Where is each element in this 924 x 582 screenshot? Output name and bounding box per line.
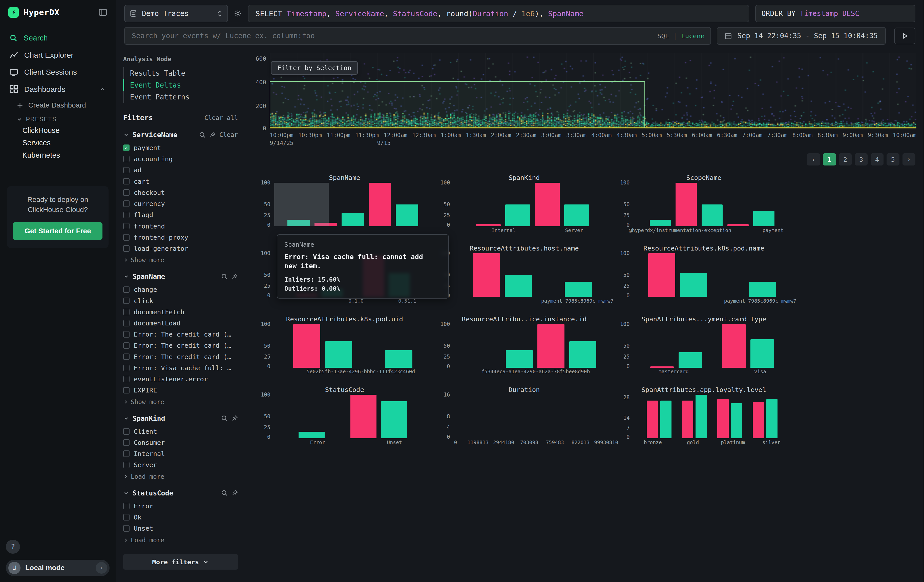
lucene-mode-toggle[interactable]: Lucene <box>681 32 705 40</box>
filter-item[interactable]: documentLoad <box>123 318 238 329</box>
search-icon[interactable] <box>199 131 206 138</box>
bar[interactable] <box>647 401 658 438</box>
checkbox[interactable] <box>123 462 130 468</box>
bar[interactable] <box>722 324 746 368</box>
chevron-down-icon[interactable] <box>123 415 129 421</box>
checkbox[interactable] <box>123 525 130 532</box>
prev-page-button[interactable]: ‹ <box>807 153 820 166</box>
checkbox[interactable] <box>123 439 130 446</box>
checkbox[interactable] <box>123 223 130 229</box>
chart-plot[interactable] <box>632 395 792 438</box>
chart-plot[interactable] <box>452 183 612 226</box>
search-icon[interactable] <box>221 490 228 496</box>
checkbox[interactable] <box>123 200 130 207</box>
bar[interactable] <box>749 282 776 297</box>
chart-plot[interactable] <box>273 324 433 368</box>
local-mode-button[interactable]: U Local mode › <box>6 560 110 576</box>
chart-plot[interactable] <box>452 253 612 297</box>
pin-icon[interactable] <box>231 415 238 422</box>
bar[interactable] <box>650 220 671 226</box>
checkbox[interactable] <box>123 156 130 162</box>
chart-plot[interactable] <box>452 395 612 438</box>
bar[interactable] <box>476 224 501 226</box>
checkbox[interactable] <box>123 387 130 394</box>
run-query-button[interactable] <box>894 28 916 44</box>
checkbox[interactable] <box>123 189 130 196</box>
bar[interactable] <box>731 403 742 438</box>
next-page-button[interactable]: › <box>903 153 916 166</box>
page-button-2[interactable]: 2 <box>839 153 851 166</box>
show-more-link[interactable]: Show more <box>123 256 238 264</box>
sidebar-item-services[interactable]: Services <box>0 137 116 149</box>
search-icon[interactable] <box>221 273 228 280</box>
date-range-picker[interactable]: Sep 14 22:04:35 - Sep 15 10:04:35 <box>717 27 886 45</box>
bar[interactable] <box>678 352 702 368</box>
checkbox[interactable]: ✓ <box>123 145 130 151</box>
bar[interactable] <box>505 204 530 226</box>
checkbox[interactable] <box>123 298 130 304</box>
checkbox[interactable] <box>123 320 130 326</box>
bar[interactable] <box>751 339 774 368</box>
sidebar-item-client-sessions[interactable]: Client Sessions <box>0 64 116 81</box>
filter-item[interactable]: ✓payment <box>123 142 238 153</box>
bar[interactable] <box>325 341 352 368</box>
filter-item[interactable]: Consumer <box>123 437 238 448</box>
checkbox[interactable] <box>123 234 130 241</box>
page-button-5[interactable]: 5 <box>886 153 899 166</box>
filter-item[interactable]: checkout <box>123 187 238 198</box>
filter-by-selection-button[interactable]: Filter by Selection <box>271 61 358 75</box>
sidebar-item-chart-explorer[interactable]: Chart Explorer <box>0 46 116 64</box>
bar[interactable] <box>766 399 777 438</box>
clear-filter-button[interactable]: Clear <box>219 131 238 138</box>
filter-item[interactable]: Server <box>123 459 238 470</box>
bar[interactable] <box>293 324 320 368</box>
checkbox[interactable] <box>123 376 130 383</box>
checkbox[interactable] <box>123 503 130 509</box>
filter-item[interactable]: Error: The credit card (… <box>123 351 238 362</box>
sidebar-item-search[interactable]: Search <box>0 30 116 46</box>
bar[interactable] <box>660 401 672 438</box>
bar[interactable] <box>753 402 764 439</box>
checkbox[interactable] <box>123 167 130 173</box>
chart-plot[interactable] <box>632 253 792 297</box>
mode-event-patterns[interactable]: Event Patterns <box>123 91 238 103</box>
bar[interactable] <box>342 213 364 226</box>
bar[interactable] <box>701 204 723 226</box>
page-button-3[interactable]: 3 <box>855 153 868 166</box>
chart-plot[interactable] <box>273 395 433 438</box>
filter-item[interactable]: frontend <box>123 220 238 232</box>
filter-item[interactable]: Unset <box>123 523 238 534</box>
page-button-1[interactable]: 1 <box>823 153 836 166</box>
checkbox[interactable] <box>123 364 130 371</box>
bar[interactable] <box>682 401 693 438</box>
bar[interactable] <box>717 399 728 438</box>
bar[interactable] <box>369 183 391 226</box>
filter-item[interactable]: click <box>123 295 238 306</box>
filter-item[interactable]: documentFetch <box>123 307 238 318</box>
checkbox[interactable] <box>123 178 130 185</box>
sidebar-item-kubernetes[interactable]: Kubernetes <box>0 149 116 162</box>
bar[interactable] <box>696 395 707 438</box>
bar[interactable] <box>396 204 418 226</box>
filter-item[interactable]: frontend-proxy <box>123 232 238 243</box>
sql-query-input[interactable]: SELECT Timestamp, ServiceName, StatusCod… <box>248 5 749 23</box>
bar[interactable] <box>350 395 376 438</box>
pin-icon[interactable] <box>231 273 238 280</box>
filter-item[interactable]: Error: The credit card (… <box>123 340 238 351</box>
filter-item[interactable]: Ok <box>123 512 238 523</box>
filter-item[interactable]: Client <box>123 426 238 437</box>
checkbox[interactable] <box>123 342 130 349</box>
heatmap-plot[interactable]: Filter by Selection <box>270 53 916 130</box>
help-button[interactable]: ? <box>6 540 20 554</box>
filter-item[interactable]: Error: Visa cache full: … <box>123 362 238 374</box>
bar[interactable] <box>535 183 560 226</box>
checkbox[interactable] <box>123 309 130 315</box>
bar[interactable] <box>537 324 564 368</box>
mode-event-deltas[interactable]: Event Deltas <box>123 79 238 91</box>
bar[interactable] <box>564 204 589 226</box>
bar[interactable] <box>728 224 749 226</box>
filter-item[interactable]: EXPIRE <box>123 385 238 396</box>
bar[interactable] <box>473 253 500 297</box>
filter-item[interactable]: ad <box>123 165 238 176</box>
filter-item[interactable]: Error: The credit card (… <box>123 329 238 340</box>
